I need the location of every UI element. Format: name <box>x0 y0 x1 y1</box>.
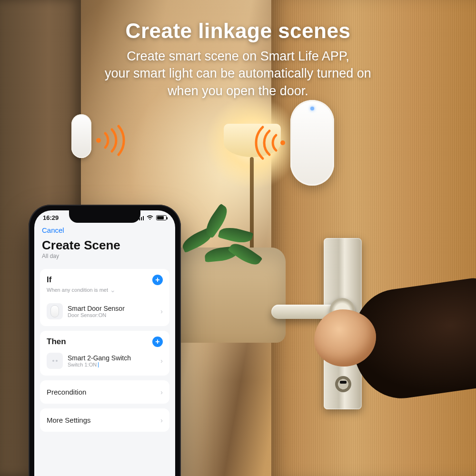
hero-title: Create linkage scenes <box>0 19 476 43</box>
precondition-row[interactable]: Precondition › <box>40 380 169 404</box>
page-title: Create Scene <box>34 237 175 253</box>
page-subtitle: All day <box>34 253 175 264</box>
chevron-right-icon: › <box>160 357 163 365</box>
if-subtitle-row[interactable]: When any condition is met ⌄ <box>40 286 169 298</box>
add-action-button[interactable]: + <box>152 337 163 347</box>
hero-subtitle: Create smart scene on Smart Life APP, yo… <box>0 48 476 99</box>
text-cursor <box>98 362 99 367</box>
door-sensor-magnet <box>71 114 91 158</box>
svg-point-1 <box>280 140 285 145</box>
condition-subtitle: Door Sensor:ON <box>68 312 125 318</box>
if-card: If + When any condition is met ⌄ Smart D… <box>40 269 169 326</box>
svg-point-0 <box>96 138 101 143</box>
phone-mockup: 16:29 Cancel Create Scene All day If + W… <box>29 205 181 476</box>
condition-row[interactable]: Smart Door Sensor Door Sensor:ON › <box>40 298 169 326</box>
if-title: If <box>47 275 51 285</box>
phone-screen: 16:29 Cancel Create Scene All day If + W… <box>34 210 175 476</box>
chevron-right-icon: › <box>160 416 163 424</box>
chevron-right-icon: › <box>160 307 163 315</box>
switch-icon <box>47 353 63 369</box>
cancel-button[interactable]: Cancel <box>34 221 175 237</box>
hand <box>305 267 476 409</box>
condition-title: Smart Door Sensor <box>68 305 125 312</box>
signal-wave-right-icon <box>251 124 289 162</box>
battery-icon <box>156 215 167 220</box>
signal-wave-left-icon <box>93 124 126 157</box>
chevron-down-icon: ⌄ <box>110 286 116 294</box>
wifi-icon <box>147 215 153 220</box>
add-condition-button[interactable]: + <box>152 275 163 285</box>
if-subtitle: When any condition is met <box>47 287 108 293</box>
status-time: 16:29 <box>43 214 59 221</box>
phone-notch <box>69 210 140 223</box>
then-card: Then + Smart 2-Gang Switch Switch 1:ON › <box>40 331 169 376</box>
action-row[interactable]: Smart 2-Gang Switch Switch 1:ON › <box>40 348 169 376</box>
door-sensor-main <box>290 100 334 186</box>
plant <box>176 205 262 281</box>
then-title: Then <box>47 337 66 347</box>
precondition-label: Precondition <box>47 388 86 396</box>
promo-scene: Create linkage scenes Create smart scene… <box>0 0 476 476</box>
action-title: Smart 2-Gang Switch <box>68 354 131 362</box>
action-subtitle: Switch 1:ON <box>68 362 131 368</box>
chevron-right-icon: › <box>160 388 163 396</box>
more-settings-row[interactable]: More Settings › <box>40 408 169 432</box>
door-sensor-icon <box>47 303 63 319</box>
more-settings-label: More Settings <box>47 416 91 424</box>
